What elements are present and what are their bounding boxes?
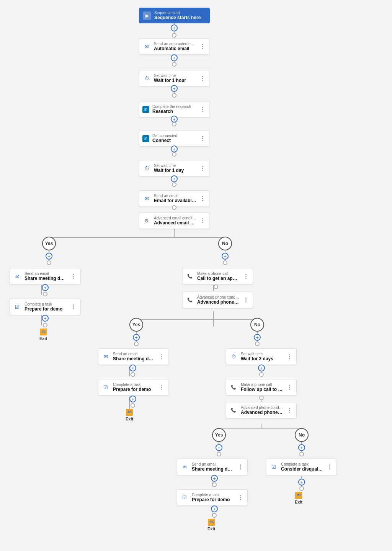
node5-menu[interactable] — [199, 165, 206, 172]
node3-title: Research — [152, 109, 196, 114]
node-share-meeting-3[interactable]: ✉ Send an email Share meeting details — [177, 459, 248, 475]
node-prepare-demo-3[interactable]: ☑ Complete a task Prepare for demo — [177, 489, 248, 506]
node1-menu[interactable] — [199, 44, 206, 50]
add-step-no2b[interactable]: + — [258, 365, 265, 371]
add-step-exit4[interactable]: + — [298, 479, 305, 486]
node-email-timeslots[interactable]: ✉ Send an email Email for available time… — [139, 190, 210, 207]
exit-node-2: 🏁 Exit — [126, 409, 133, 421]
branch-no3: No — [295, 428, 309, 442]
connector-circle-2 — [172, 93, 176, 98]
node-wait-2days[interactable]: ⏱ Set wait time Wait for 2 days — [226, 348, 297, 365]
circle-exit1 — [43, 323, 47, 327]
add-step-exit1[interactable]: + — [42, 315, 49, 322]
node4-menu[interactable] — [199, 136, 206, 142]
node14yes3-title: Prepare for demo — [192, 497, 234, 502]
node7-menu[interactable] — [199, 218, 206, 224]
node-automatic-email[interactable]: ✉ Send an automated email Automatic emai… — [139, 38, 210, 55]
node-connect[interactable]: in Get connected Connect — [139, 130, 210, 147]
node12no2-menu[interactable] — [286, 407, 292, 414]
node11yes2-title: Prepare for demo — [113, 387, 155, 392]
add-step-no3[interactable]: + — [298, 444, 305, 451]
node-followup-call[interactable]: 📞 Make a phone call Follow up call to ge… — [226, 379, 297, 396]
node10yes2-menu[interactable] — [158, 354, 165, 360]
add-step-no2[interactable]: + — [254, 334, 261, 341]
node4-label: Get connected — [152, 134, 196, 138]
node4-title: Connect — [152, 138, 196, 143]
node8yes-label: Send an email — [24, 271, 67, 276]
node10no2-label: Set wait time — [241, 352, 283, 356]
node-adv-phone-2[interactable]: 📞 Advanced phone condition Advanced phon… — [226, 402, 297, 419]
node11yes2-menu[interactable] — [158, 384, 165, 391]
node14yes3-menu[interactable] — [237, 495, 243, 501]
add-step-no1[interactable]: + — [222, 253, 229, 260]
node-wait-1day[interactable]: ⏱ Set wait time Wait for 1 day — [139, 160, 210, 177]
add-step-btn-1[interactable]: + — [171, 54, 178, 61]
add-step-exit2[interactable]: + — [129, 396, 136, 402]
add-step-btn-5[interactable]: + — [171, 175, 178, 182]
add-step-yes1[interactable]: + — [46, 253, 52, 260]
node8yes-menu[interactable] — [70, 273, 76, 280]
node9yes-menu[interactable] — [70, 304, 76, 310]
connector-circle-6 — [172, 205, 176, 210]
add-step-yes2[interactable]: + — [133, 334, 140, 341]
phone-icon: 📞 — [186, 272, 194, 281]
node11yes2-label: Complete a task — [113, 383, 155, 387]
node-share-meeting-2[interactable]: ✉ Send an email Share meeting details — [98, 348, 169, 365]
node10yes2-label: Send an email — [113, 352, 155, 356]
connector-circle-4 — [172, 152, 176, 157]
node13no3-menu[interactable] — [327, 464, 333, 470]
node2-menu[interactable] — [199, 75, 206, 82]
branch-yes1: Yes — [42, 237, 56, 250]
exit-icon-1: 🏁 — [40, 329, 47, 335]
circle-yes2 — [134, 342, 139, 346]
branch-no1: No — [218, 237, 232, 250]
node-share-meeting-1[interactable]: ✉ Send an email Share meeting details — [10, 268, 80, 284]
node11no2-label: Make a phone call — [241, 383, 283, 387]
node5-label: Set wait time — [154, 164, 196, 168]
node9yes-title: Prepare for demo — [24, 306, 67, 312]
exit-icon-3: 🏁 — [208, 519, 215, 526]
node10no2-menu[interactable] — [286, 354, 292, 360]
node-research[interactable]: in Complete the research Research — [139, 101, 210, 118]
add-step-btn-3[interactable]: + — [171, 116, 178, 123]
node-prepare-demo-2[interactable]: ☑ Complete a task Prepare for demo — [98, 379, 169, 396]
add-step-yes3b[interactable]: + — [211, 475, 218, 482]
node-wait-1hour[interactable]: ⏱ Set wait time Wait for 1 hour — [139, 70, 210, 87]
email-icon: ✉ — [142, 43, 151, 51]
node8no-menu[interactable] — [243, 273, 249, 280]
node3-menu[interactable] — [199, 106, 206, 113]
node-phone-call-1[interactable]: 📞 Make a phone call Call to get an appoi… — [182, 268, 253, 284]
node-prepare-demo-1[interactable]: ☑ Complete a task Prepare for demo — [10, 299, 80, 315]
add-step-btn-4[interactable]: + — [171, 146, 178, 152]
add-step-exit3[interactable]: + — [211, 505, 218, 512]
branch-yes3: Yes — [212, 428, 226, 442]
exit-node-4: 🏁 Exit — [295, 492, 302, 504]
node6-title: Email for available time slots — [154, 198, 196, 203]
add-step-yes2b[interactable]: + — [129, 365, 136, 371]
node13yes3-menu[interactable] — [237, 464, 243, 470]
task3-icon: ☑ — [180, 494, 189, 502]
add-step-btn-2[interactable]: + — [171, 85, 178, 92]
exit-node-1: 🏁 Exit — [39, 329, 47, 341]
node10yes2-title: Share meeting details — [113, 356, 155, 361]
node3-label: Complete the research — [152, 105, 196, 109]
add-step-yes3[interactable]: + — [216, 444, 222, 451]
node-adv-phone-1[interactable]: 📞 Advanced phone condition Advanced phon… — [182, 292, 253, 308]
node-disqualify[interactable]: ☑ Complete a task Consider disqualifying… — [266, 459, 337, 475]
node1-label: Send an automated email — [154, 42, 196, 46]
node9no-menu[interactable] — [243, 297, 249, 303]
node6-menu[interactable] — [199, 196, 206, 202]
email2-icon: ✉ — [142, 195, 151, 203]
circle-yes1b — [43, 292, 47, 296]
node6-label: Send an email — [154, 194, 196, 198]
phone3-icon: 📞 — [229, 383, 238, 392]
node12no2-label: Advanced phone condition — [241, 405, 283, 410]
add-step-yes1b[interactable]: + — [42, 284, 49, 291]
node-adv-email[interactable]: ⚙ Advanced email conditions Advanced ema… — [139, 213, 210, 229]
branch-no2: No — [250, 318, 264, 332]
add-step-btn-0[interactable]: + — [171, 25, 178, 31]
email5-icon: ✉ — [180, 463, 189, 471]
node11no2-menu[interactable] — [286, 384, 292, 391]
connector-circle-0 — [172, 33, 176, 38]
start-node: ▶ Sequence start Sequence starts here — [139, 8, 210, 23]
